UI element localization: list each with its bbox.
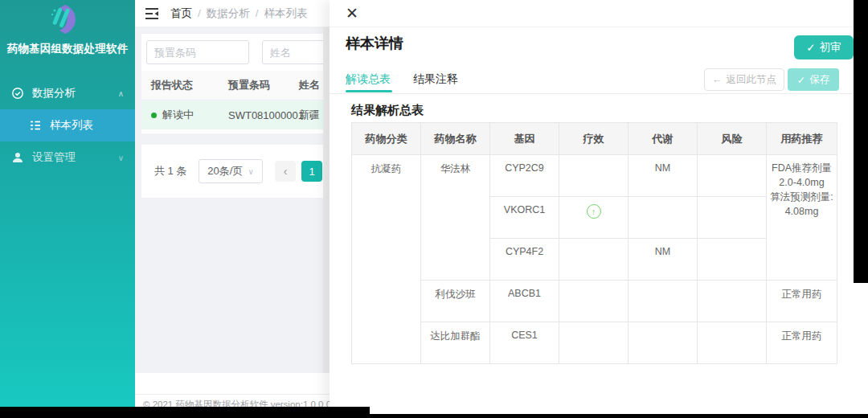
user-icon <box>11 151 24 164</box>
recommendation-cell: 正常用药 <box>767 322 837 364</box>
efficacy-cell <box>559 239 628 281</box>
result-table-header-row: 药物分类 药物名称 基因 疗效 代谢 风险 用药推荐 <box>352 123 837 155</box>
efficacy-cell: ↑ <box>559 197 628 239</box>
col-report-status: 报告状态 <box>141 78 228 92</box>
tab-interpretation-summary[interactable]: 解读总表 <box>346 72 391 87</box>
drawer-header-divider <box>330 27 868 27</box>
save-label: 保存 <box>809 73 829 87</box>
metabolism-cell <box>628 281 698 322</box>
barcode-cell: SWT081000001 <box>228 109 299 121</box>
risk-cell <box>698 322 767 364</box>
status-dot <box>151 113 157 118</box>
sidebar-item-data-analysis[interactable]: 数据分析 ∧ <box>0 77 135 109</box>
sidebar-item-settings[interactable]: 设置管理 ∨ <box>0 141 135 174</box>
footer-divider <box>135 394 330 395</box>
sample-detail-drawer: ✕ 样本详情 ✓ 初审 解读总表 结果注释 ← 返回此节点 ✓ 保存 结果解析总… <box>330 0 868 418</box>
section-title: 结果解析总表 <box>351 103 424 118</box>
metabolism-cell: NM <box>628 239 698 281</box>
list-icon <box>29 119 42 132</box>
drawer-title: 样本详情 <box>346 34 403 53</box>
col-barcode: 预置条码 <box>228 78 299 92</box>
gene-cell: CYP4F2 <box>490 239 559 281</box>
drug-category-cell: 抗凝药 <box>352 155 421 364</box>
data-analysis-icon <box>11 87 24 100</box>
sidebar-menu: 数据分析 ∧ 样本列表 设置管理 ∨ <box>0 77 135 174</box>
chevron-up-icon: ∧ <box>118 89 124 98</box>
drug-name-cell: 华法林 <box>421 155 490 281</box>
return-node-label: 返回此节点 <box>727 73 777 87</box>
sidebar-item-label: 数据分析 <box>32 86 76 100</box>
drug-name-cell: 利伐沙班 <box>421 281 490 322</box>
metabolism-cell: NM <box>628 155 698 197</box>
gene-cell: ABCB1 <box>490 281 559 322</box>
return-node-button[interactable]: ← 返回此节点 <box>704 68 784 91</box>
sidebar-item-sample-list[interactable]: 样本列表 <box>0 109 135 141</box>
app-title: 药物基因组数据处理软件 <box>0 42 135 56</box>
status-text: 解读中 <box>162 108 194 122</box>
prev-page-button[interactable]: ‹ <box>275 161 296 182</box>
screenshot-black-edge <box>366 414 868 418</box>
sidebar: 药物基因组数据处理软件 数据分析 ∧ 样本列表 <box>0 0 135 407</box>
metabolism-cell <box>628 197 698 239</box>
sample-table: 报告状态 预置条码 姓名 解读中 SWT081000001 新疆 <box>141 71 330 129</box>
status-cell: 解读中 <box>141 108 228 122</box>
pagination-total: 共 1 条 <box>154 164 186 178</box>
sidebar-item-label: 样本列表 <box>50 118 93 133</box>
barcode-filter-input[interactable] <box>146 40 249 64</box>
gene-cell: CYP2C9 <box>490 155 559 197</box>
table-row: 达比加群酯 CES1 正常用药 <box>352 322 837 364</box>
scrollbar[interactable] <box>323 27 330 407</box>
chevron-down-icon: ∨ <box>118 154 124 162</box>
active-tab-underline <box>346 90 392 92</box>
page-size-select[interactable]: 20条/页 ∨ <box>199 159 263 183</box>
risk-cell <box>698 281 767 322</box>
screenshot-black-edge <box>0 407 370 418</box>
app-logo <box>0 0 135 35</box>
recommendation-cell: FDA推荐剂量 2.0-4.0mg 算法预测剂量: 4.08mg <box>767 155 837 281</box>
pagination-card: 共 1 条 20条/页 ∨ ‹ 1 <box>141 145 330 198</box>
page-1-button[interactable]: 1 <box>301 161 322 182</box>
sample-list-card: 报告状态 预置条码 姓名 解读中 SWT081000001 新疆 <box>141 34 330 133</box>
name-filter-input[interactable] <box>262 40 330 64</box>
tab-result-notes[interactable]: 结果注释 <box>413 72 458 87</box>
col-drug-category: 药物分类 <box>352 123 421 155</box>
metabolism-cell <box>628 322 698 364</box>
tab-bar-divider <box>330 93 868 94</box>
up-arrow-glyph: ↑ <box>592 207 596 216</box>
close-icon[interactable]: ✕ <box>346 5 358 23</box>
initial-review-button[interactable]: ✓ 初审 <box>794 35 854 59</box>
breadcrumb-level2[interactable]: 样本列表 <box>264 6 308 21</box>
drug-name-cell: 达比加群酯 <box>421 322 490 364</box>
initial-review-label: 初审 <box>820 40 841 55</box>
table-row[interactable]: 解读中 SWT081000001 新疆 <box>141 100 330 129</box>
breadcrumb-level1[interactable]: 数据分析 <box>207 6 250 21</box>
logo-icon <box>45 2 90 36</box>
col-recommendation: 用药推荐 <box>767 123 837 155</box>
efficacy-cell <box>559 322 628 364</box>
recommendation-cell: 正常用药 <box>767 281 837 322</box>
breadcrumb: 首页 / 数据分析 / 样本列表 <box>170 6 308 21</box>
back-arrow-icon: ← <box>712 74 723 85</box>
sidebar-item-label: 设置管理 <box>32 150 76 165</box>
gene-cell: CES1 <box>490 322 559 364</box>
col-efficacy: 疗效 <box>559 123 628 155</box>
sample-list-panel: 首页 / 数据分析 / 样本列表 报告状态 预置条码 姓名 解读中 <box>135 0 330 418</box>
efficacy-cell <box>559 155 628 197</box>
efficacy-cell <box>559 281 628 322</box>
sample-table-header: 报告状态 预置条码 姓名 <box>141 71 330 100</box>
check-icon: ✓ <box>806 41 815 54</box>
col-gene: 基因 <box>490 123 559 155</box>
app-root: 药物基因组数据处理软件 数据分析 ∧ 样本列表 <box>0 0 868 418</box>
gene-cell: VKORC1 <box>490 197 559 239</box>
risk-cell <box>698 155 767 197</box>
breadcrumb-separator: / <box>256 7 259 19</box>
topbar: 首页 / 数据分析 / 样本列表 <box>135 0 330 27</box>
table-row: 利伐沙班 ABCB1 正常用药 <box>352 281 837 322</box>
table-row: 抗凝药 华法林 CYP2C9 NM FDA推荐剂量 2.0-4.0mg 算法预测… <box>352 155 837 197</box>
menu-fold-icon[interactable] <box>145 7 159 20</box>
risk-cell <box>698 239 767 281</box>
save-button[interactable]: ✓ 保存 <box>788 68 839 91</box>
col-risk: 风险 <box>698 123 767 155</box>
breadcrumb-home[interactable]: 首页 <box>170 6 192 21</box>
screenshot-black-edge <box>854 0 868 283</box>
